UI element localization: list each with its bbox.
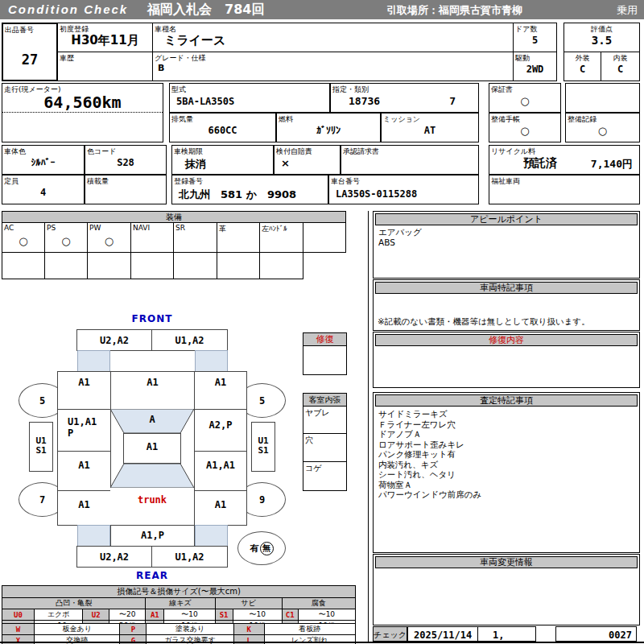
vin-label: 車台番号 [331,176,360,187]
front-bumper-right-cell: U1,A2 [151,329,228,351]
assessment-panel: 査定特記事項 サイドミラーキズ Ｆライナー左ワレ穴 ドアノブＡ ロアサポート歪み… [373,392,640,553]
a-pillar-right [195,350,228,372]
equipment-cell-navi: NAVI [130,222,174,253]
rear-door-left-cell: A1 [57,451,111,491]
maintenance-record-cell: 整備記録 ○ [565,113,640,142]
front-fender-right-cell: A1 [194,371,247,410]
exterior-grade-label: 外装 [564,53,601,64]
vehicle-changes-title: 車両変更情報 [480,557,533,568]
rear-bumper-right-cell: U1,A2 [151,546,228,568]
recycle-fee-value: 7,140円 [591,157,633,171]
damage-code: S1 [30,446,52,456]
equipment-mark: ○ [45,235,87,247]
equipment-cell-leather: 革 [217,222,260,253]
approval-request-label: 承認請求書 [343,147,379,157]
legend-title: 損傷記号＆損傷サイズ(〜最大cm) [2,586,356,598]
repair-content-panel: 修復内容 [373,332,640,388]
capacity-label: 定員 [4,176,19,187]
assessment-line: サイドミラーキズ [375,409,638,419]
appeal-panel: アピールポイント エアバッグ ABS [373,211,640,279]
displacement-cell: 排気量 660CC [169,113,276,142]
vehicle-history-label: 車歴 [60,53,74,64]
inspection-value: 抹消 [185,157,206,171]
lot-number-label: 出品番号 [5,25,34,35]
equipment-cell-pw: PW ○ [87,222,131,253]
approval-request-cell: 承認請求書 [341,145,479,175]
class-value-1: 18736 [349,95,380,107]
warranty-label: 保証書 [491,85,513,95]
damage-code: A1 [58,491,110,510]
equipment-empty-cell [130,252,174,279]
appeal-line: エアバッグ [375,225,638,237]
grade-value: B [158,63,164,73]
damage-code: A1 [195,491,246,510]
capacity-value: 4 [2,187,84,198]
roof-cell: A1 [123,433,181,464]
assessment-header: 査定特記事項 [375,394,638,407]
equipment-cell-ps: PS ○ [44,222,88,253]
vehicle-category: 乗用 [617,3,638,18]
capacity-cell: 定員 4 [2,175,85,204]
legend-code: C1 [282,609,298,621]
damage-code: P [58,427,110,439]
welfare-vehicle-cell: 福祉車両 [489,175,640,204]
assessment-line: ドアノブＡ [375,429,638,440]
transmission-cell: ミッション AT [381,113,479,142]
c-pillar-left [77,525,110,547]
interior-lining-label: コゲ [305,463,321,474]
interior-lining-row-burn: コゲ [303,461,347,491]
legend-code: K [233,624,264,635]
drive-cell: 駆動 2WD [513,52,557,81]
tire-mark: 5 [39,395,45,407]
class-value-2: 7 [449,95,456,107]
trunk-label: trunk [110,488,194,506]
repair-content-header: 修復内容 [375,334,638,346]
plate-number-label: 登録番号 [174,176,203,187]
rear-window-shape [110,463,194,489]
plate-number-value: 北九州 581 か 9908 [179,188,296,202]
assessment-line: Ｆライナー左ワレ穴 [375,419,638,430]
quarter-right-cell: A1 [194,490,247,526]
legend-size: 〜10 [164,609,215,621]
equipment-empty-cell [44,252,88,279]
repair-mini-header: 修復 [303,332,347,346]
legend-desc: 塗装あり [147,624,233,635]
equipment-header: 装備 [2,211,346,223]
check-date-cell: 2025/11/14 1, [407,626,536,642]
equipment-empty-cell [259,252,303,279]
legend-group-rust: サビ [215,598,282,609]
body-color-label: 車体色 [4,147,26,157]
insurance-mark: × [281,157,290,169]
equipment-mark: ○ [88,235,130,247]
damage-code: A1,A1 [195,452,246,471]
legend-size: 〜10 [233,609,282,621]
damage-code: U1,A2 [152,547,227,563]
interior-lining-row-tear: ヤブレ [303,406,347,434]
hood-cell: A1 [110,371,195,410]
assessment-line: ロアサポート歪みキレ [375,440,638,450]
equipment-cell-lhd: 左ﾊﾝﾄﾞﾙ [259,222,303,253]
vehicle-changes-panel: 車両変更情報 [373,554,640,625]
vin-value: LA350S-0115288 [336,188,417,200]
diagram-front-label: FRONT [118,313,186,324]
equipment-label: 左ﾊﾝﾄﾞﾙ [262,224,287,234]
displacement-value: 660CC [170,125,275,136]
vehicle-notes-panel: 車両特記事項 ※記載のない書類・機器等は無しとして取り扱います。 [373,279,640,331]
a-pillar-left [77,350,110,372]
equipment-label: NAVI [133,224,150,232]
doors-value: 5 [514,35,556,46]
damage-code: U1 [30,423,52,446]
body-color-value: ｼﾙﾊﾞｰ [2,157,84,168]
legend-size: 〜10 [298,609,355,621]
assessment-line: パンク修理キット有 [375,449,638,460]
damage-code: A1 [124,434,180,452]
equipment-empty-cell [217,252,260,279]
insurance-cell: 検付自賠責 × [274,145,341,175]
interior-lining-row-hole: 穴 [303,433,347,462]
legend-code: W [2,624,35,635]
legend-desc: 看板跡 [264,624,355,635]
pickup-location: 引取場所：福岡県古賀市青柳 [386,3,522,18]
equipment-label: PS [47,224,56,232]
check-cell-divider [477,627,478,641]
damage-code: A1 [111,372,194,388]
